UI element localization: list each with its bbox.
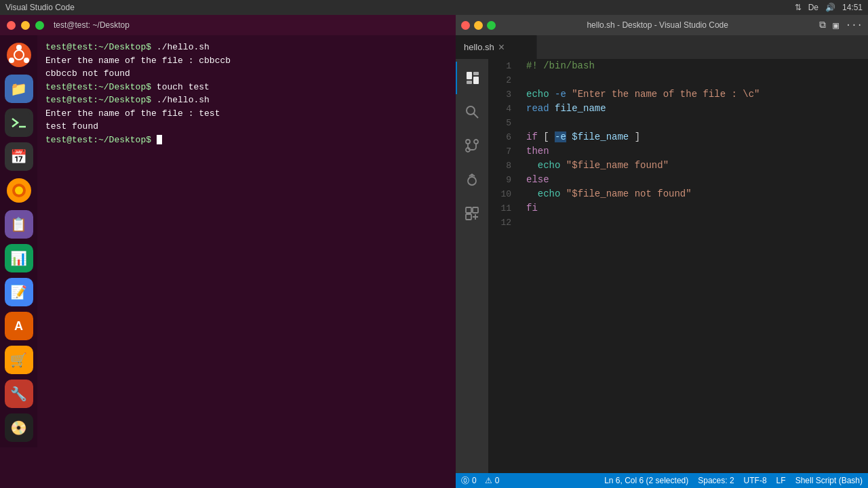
line-number-3: 3: [488, 87, 522, 102]
svg-point-1: [16, 45, 22, 50]
line-number-10: 10: [488, 187, 522, 201]
svg-point-2: [9, 58, 14, 63]
code-line-4: 4read file_name: [488, 102, 868, 116]
svg-rect-11: [473, 72, 479, 75]
dock-icon-firefox[interactable]: [5, 176, 33, 205]
line-number-7: 7: [488, 144, 522, 159]
status-line-ending[interactable]: LF: [776, 476, 786, 485]
code-line-7: 7then: [488, 144, 868, 159]
cmd-5: ./hello.sh: [151, 95, 210, 105]
code-line-3: 3echo -e "Enter the name of the file : \…: [488, 87, 868, 102]
cmd-8: [151, 135, 157, 145]
status-position[interactable]: Ln 6, Col 6 (2 selected): [604, 476, 688, 485]
svg-point-19: [468, 177, 476, 185]
line-number-5: 5: [488, 116, 522, 130]
system-bar-left: Visual Studio Code: [5, 3, 75, 12]
vscode-max-btn[interactable]: [487, 21, 496, 30]
terminal-min-btn[interactable]: [21, 21, 30, 30]
dock-icon-docs[interactable]: 📝: [5, 278, 33, 306]
prompt-1: test@test:~/Desktop$: [45, 42, 151, 52]
svg-rect-21: [466, 207, 471, 213]
line-number-8: 8: [488, 159, 522, 173]
vscode-system-title: Visual Studio Code: [5, 3, 75, 12]
terminal-title: test@test: ~/Desktop: [54, 20, 130, 30]
terminal-panel: test@test: ~/Desktop 📁: [0, 15, 456, 488]
terminal-line-8: test@test:~/Desktop$: [45, 134, 231, 147]
warning-icon: ⚠: [485, 476, 492, 485]
status-errors[interactable]: ⓪ 0 ⚠ 0: [461, 475, 499, 487]
vscode-titlebar: hello.sh - Desktop - Visual Studio Code …: [456, 15, 868, 35]
dock-icon-clipboard[interactable]: 📋: [5, 210, 33, 239]
code-line-9: 9else: [488, 173, 868, 187]
title-icon-split[interactable]: ⧉: [819, 20, 826, 31]
dock-icon-amazon[interactable]: 🛒: [5, 346, 33, 374]
line-content-7: then: [522, 144, 868, 159]
dock-icon-sheets[interactable]: 📊: [5, 244, 33, 272]
svg-point-14: [467, 106, 475, 115]
activity-debug[interactable]: [456, 163, 488, 196]
left-dock-area: 📁 📅 📋 📊: [0, 35, 456, 447]
status-spaces[interactable]: Spaces: 2: [698, 476, 734, 485]
terminal-close-btn[interactable]: [7, 21, 16, 30]
dock-icon-settings[interactable]: 🔧: [5, 380, 33, 408]
left-dock: 📁 📅 📋 📊: [0, 35, 37, 447]
terminal-output: test@test:~/Desktop$ ./hello.sh Enter th…: [45, 41, 231, 442]
tab-close-btn[interactable]: ×: [498, 42, 505, 53]
dock-icon-ubuntu[interactable]: [5, 41, 33, 69]
dock-icon-terminal[interactable]: [5, 108, 33, 137]
prompt-8: test@test:~/Desktop$: [45, 135, 151, 145]
cmd-1: ./hello.sh: [151, 42, 210, 52]
activity-search[interactable]: [456, 96, 488, 128]
line-content-10: echo "$file_name not found": [522, 187, 868, 201]
dock-icon-calendar[interactable]: 📅: [5, 142, 33, 171]
dock-icon-files[interactable]: 📁: [5, 75, 33, 103]
line-number-6: 6: [488, 130, 522, 144]
terminal-line-5: test@test:~/Desktop$ ./hello.sh: [45, 94, 231, 107]
status-language[interactable]: Shell Script (Bash): [795, 476, 863, 485]
sys-indicator-1: ⇅: [795, 3, 802, 12]
line-number-4: 4: [488, 102, 522, 116]
terminal-max-btn[interactable]: [35, 21, 44, 30]
status-left: ⓪ 0 ⚠ 0: [461, 475, 499, 487]
cmd-4: touch test: [151, 82, 210, 92]
vscode-close-btn[interactable]: [461, 21, 470, 30]
status-right: Ln 6, Col 6 (2 selected) Spaces: 2 UTF-8…: [604, 476, 863, 485]
svg-rect-13: [467, 81, 472, 84]
vscode-body: 1#! /bin/bash23echo -e "Enter the name o…: [456, 59, 868, 473]
warning-count: 0: [495, 476, 500, 485]
code-editor[interactable]: 1#! /bin/bash23echo -e "Enter the name o…: [488, 59, 868, 473]
line-number-12: 12: [488, 216, 522, 230]
line-number-1: 1: [488, 59, 522, 73]
dock-icon-dvd[interactable]: 📀: [5, 413, 33, 442]
activity-extensions[interactable]: [456, 197, 488, 230]
svg-rect-10: [467, 72, 472, 79]
line-content-11: fi: [522, 201, 868, 216]
dock-icon-app1[interactable]: A: [5, 312, 33, 340]
terminal-titlebar: test@test: ~/Desktop: [0, 15, 456, 35]
main-area: test@test: ~/Desktop 📁: [0, 15, 868, 488]
title-icon-more[interactable]: ···: [846, 20, 863, 31]
editor-area[interactable]: 1#! /bin/bash23echo -e "Enter the name o…: [488, 59, 868, 473]
vscode-min-btn[interactable]: [474, 21, 483, 30]
line-content-1: #! /bin/bash: [522, 59, 868, 73]
activity-explorer[interactable]: [456, 62, 488, 94]
vscode-title-icons: ⧉ ▣ ···: [819, 20, 863, 31]
line-number-9: 9: [488, 173, 522, 187]
vscode-window-title: hello.sh - Desktop - Visual Studio Code: [500, 20, 815, 30]
sys-indicator-2: De: [808, 3, 818, 12]
tab-hello-sh[interactable]: hello.sh ×: [456, 35, 537, 59]
svg-rect-22: [473, 207, 478, 213]
terminal-line-1: test@test:~/Desktop$ ./hello.sh: [45, 41, 231, 54]
status-encoding[interactable]: UTF-8: [744, 476, 767, 485]
terminal-cursor: [157, 135, 162, 144]
terminal-content[interactable]: test@test:~/Desktop$ ./hello.sh Enter th…: [37, 35, 456, 447]
code-line-10: 10 echo "$file_name not found": [488, 187, 868, 201]
sys-indicator-3: 🔊: [825, 3, 835, 12]
title-icon-layout[interactable]: ▣: [833, 20, 838, 31]
activity-git[interactable]: [456, 129, 488, 162]
terminal-line-2: Enter the name of the file : cbbccb: [45, 54, 231, 68]
svg-point-9: [15, 186, 23, 195]
svg-point-17: [474, 140, 478, 144]
prompt-5: test@test:~/Desktop$: [45, 95, 151, 105]
code-line-1: 1#! /bin/bash: [488, 59, 868, 73]
